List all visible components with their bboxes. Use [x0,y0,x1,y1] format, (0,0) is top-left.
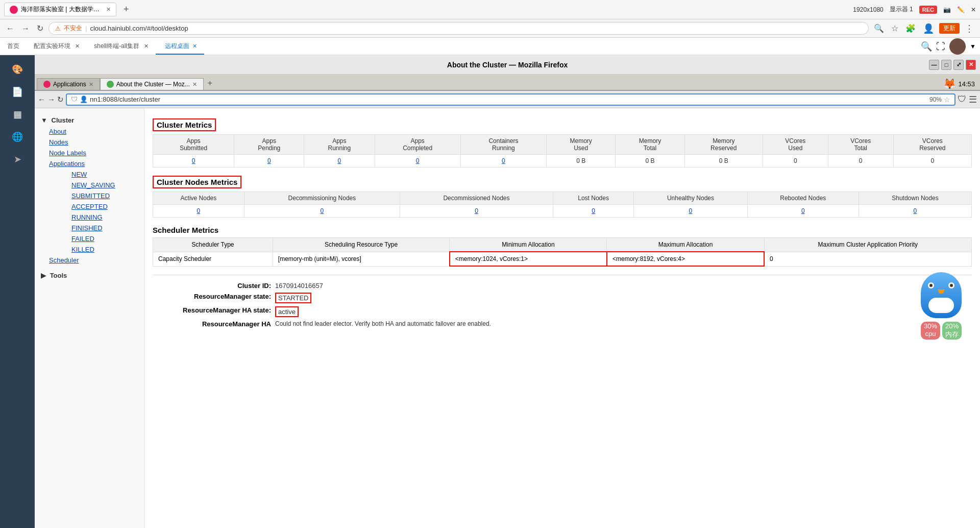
cluster-metrics-table: AppsSubmitted AppsPending AppsRunning Ap… [153,134,972,167]
td-unhealthy[interactable]: 0 [634,205,747,218]
sidebar-item-applications[interactable]: Applications [35,158,144,169]
platform-tab-config[interactable]: 配置实验环境 ✕ [27,39,87,55]
browser-back-button[interactable]: ← [4,23,16,34]
sidebar-item-new-saving[interactable]: NEW_SAVING [49,180,144,190]
browser-titlebar: 海洋部落实验室 | 大数据学习云... ✕ + 1920x1080 显示器 1 … [0,0,980,19]
sidebar-icon-palette[interactable]: 🎨 [7,59,28,80]
td-containers-running[interactable]: 0 [460,155,546,167]
browser-menu-button[interactable]: ⋮ [963,22,976,35]
firefox-close-button[interactable]: ✕ [966,60,976,70]
cluster-header[interactable]: ▼ Cluster [35,114,144,126]
platform-tab-desktop-close[interactable]: ✕ [192,43,197,50]
sidebar-item-about[interactable]: About [35,126,144,137]
addressbar-right-buttons: 🔍 ☆ 🧩 👤 更新 ⋮ [872,22,976,35]
ff-sidebar-button[interactable]: ☰ [969,94,977,105]
platform-tab-config-close[interactable]: ✕ [75,43,80,49]
th-memory-total: MemoryTotal [616,135,684,155]
ff-new-tab-button[interactable]: + [204,77,216,90]
platform-tab-home[interactable]: 首页 [0,39,27,55]
tab-favicon-hainiubl [10,6,18,14]
firefox-title: About the Cluster — Mozilla Firefox [447,61,568,69]
sidebar-item-accepted[interactable]: ACCEPTED [49,201,144,212]
search-button[interactable]: 🔍 [872,22,886,34]
td-shutdown[interactable]: 0 [859,205,971,218]
fullscreen-icon[interactable]: ⛶ [936,41,945,52]
app-window-area: About the Cluster — Mozilla Firefox — □ … [35,55,980,528]
td-decommissioned[interactable]: 0 [400,205,553,218]
warning-label: 不安全 [64,24,82,33]
th-decommissioned: Decommissioned Nodes [400,192,553,205]
td-rebooted[interactable]: 0 [747,205,859,218]
address-bar[interactable]: ⚠ 不安全 | cloud.hainiubl.com/#/tool/deskto… [48,22,869,35]
sidebar-icon-layout[interactable]: ▦ [7,104,28,125]
sidebar-item-killed[interactable]: KILLED [49,244,144,255]
mascot-image [921,272,962,318]
firefox-restore-button[interactable]: □ [941,60,951,70]
platform-tab-shell[interactable]: shell终端-all集群 ✕ [87,39,156,55]
bookmark-star-button[interactable]: ☆ [889,22,900,34]
ff-forward-button[interactable]: → [47,95,55,104]
separator: | [85,25,87,32]
ff-tab-cluster[interactable]: About the Cluster — Moz... ✕ [100,78,204,90]
td-apps-running[interactable]: 0 [304,155,375,167]
ff-back-button[interactable]: ← [38,95,45,104]
th-vcores-reserved: VCoresReserved [893,135,971,155]
td-max-allocation: <memory:8192, vCores:4> [607,252,764,266]
browser-refresh-button[interactable]: ↻ [35,22,45,34]
ff-tab-apps-close[interactable]: ✕ [89,81,93,88]
rm-ha-row: ResourceManager HA Could not find leader… [153,319,972,329]
firefox-minimize-button[interactable]: — [929,60,939,70]
ff-shield-button[interactable]: 🛡 [958,94,967,105]
td-decommissioning[interactable]: 0 [244,205,400,218]
th-unhealthy: Unhealthy Nodes [634,192,747,205]
browser-forward-button[interactable]: → [19,23,32,34]
sidebar-item-failed[interactable]: FAILED [49,233,144,244]
platform-tabs-row: 首页 配置实验环境 ✕ shell终端-all集群 ✕ 远程桌面 ✕ 🔍 ⛶ ▼ [0,38,980,55]
sidebar-item-finished[interactable]: FINISHED [49,223,144,233]
window-close-icon[interactable]: ✕ [971,6,976,13]
browser-tab-hainiubl[interactable]: 海洋部落实验室 | 大数据学习云... ✕ [4,3,116,16]
th-memory-reserved: MemoryReserved [684,135,763,155]
scheduler-header-row: Scheduler Type Scheduling Resource Type … [153,238,972,252]
scheduler-metrics-title: Scheduler Metrics [153,226,972,234]
sidebar-item-running[interactable]: RUNNING [49,212,144,223]
sidebar-item-new[interactable]: NEW [49,169,144,180]
update-button[interactable]: 更新 [939,23,960,34]
resolution-label: 1920x1080 [853,6,883,13]
browser-tab-hainiubl-close[interactable]: ✕ [106,6,111,13]
firefox-maximize-button[interactable]: ⤢ [953,60,964,70]
ff-zoom-level: 90% [929,96,942,103]
th-apps-running: AppsRunning [304,135,375,155]
sidebar-item-scheduler[interactable]: Scheduler [35,255,144,266]
ff-address-star[interactable]: ☆ [944,95,950,104]
ff-tab-cluster-close[interactable]: ✕ [192,81,197,88]
td-apps-completed[interactable]: 0 [375,155,460,167]
sidebar-item-node-labels[interactable]: Node Labels [35,148,144,158]
sidebar-icon-doc[interactable]: 📄 [7,82,28,102]
profile-button[interactable]: 👤 [921,22,936,35]
sidebar-item-submitted[interactable]: SUBMITTED [49,190,144,201]
sidebar-icon-globe[interactable]: 🌐 [7,127,28,147]
th-lost-nodes: Lost Nodes [553,192,633,205]
new-browser-tab-button[interactable]: + [120,4,132,15]
ff-address-bar[interactable]: 🛡 👤 nn1:8088/cluster/cluster 90% ☆ [66,93,955,106]
platform-tab-shell-close[interactable]: ✕ [144,43,149,49]
td-apps-pending[interactable]: 0 [234,155,304,167]
platform-tab-desktop[interactable]: 远程桌面 ✕ [156,39,204,55]
td-lost-nodes[interactable]: 0 [553,205,633,218]
td-apps-submitted[interactable]: 0 [153,155,234,167]
user-avatar[interactable] [949,38,966,55]
ff-refresh-button[interactable]: ↻ [57,95,64,104]
ff-tab-applications[interactable]: Applications ✕ [37,78,100,90]
search-icon[interactable]: 🔍 [921,41,932,52]
user-menu-arrow[interactable]: ▼ [970,43,976,50]
extensions-button[interactable]: 🧩 [903,22,918,34]
td-memory-total: 0 B [616,155,684,167]
tools-header[interactable]: ▶ Tools [35,270,144,281]
cluster-id-value: 1670914016657 [275,282,323,290]
td-active-nodes[interactable]: 0 [153,205,244,218]
sidebar-item-nodes[interactable]: Nodes [35,137,144,148]
sidebar-icon-arrow[interactable]: ➤ [7,149,28,170]
cluster-header-label: Cluster [52,116,75,124]
mascot-eye-right [948,282,954,289]
